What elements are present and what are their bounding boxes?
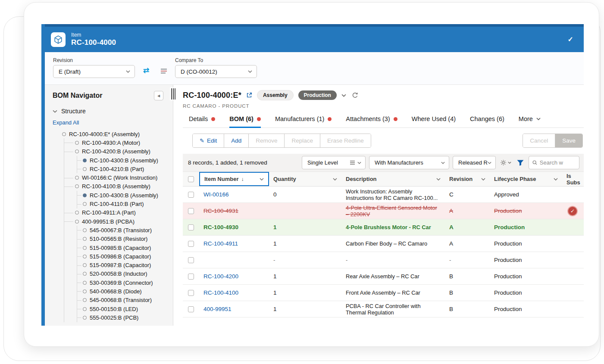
panel-resize-grip[interactable] <box>170 87 176 100</box>
tree-node[interactable]: RC-100-4110:B (Part) <box>45 199 173 208</box>
column-header-quantity[interactable]: Quantity <box>269 172 341 186</box>
row-checkbox[interactable] <box>188 241 194 247</box>
gear-icon <box>500 159 507 166</box>
revision-select[interactable]: E (Draft) <box>53 65 135 78</box>
quantity-cell: 0 <box>269 190 341 199</box>
tab-bom[interactable]: BOM (6) <box>229 113 261 128</box>
expand-all-link[interactable]: Expand All <box>45 115 173 128</box>
is-substitute-cell <box>562 259 584 261</box>
item-number-link[interactable]: RC-100-4931 <box>203 208 238 214</box>
description-cell: - <box>341 255 445 264</box>
tree-node[interactable]: 515-00986:B (Capacitor) <box>45 252 173 261</box>
tab-details[interactable]: Details <box>189 113 215 128</box>
records-summary: 8 records, 1 added, 1 removed <box>188 159 267 166</box>
item-number-link[interactable]: RC-100-4200 <box>203 273 238 280</box>
row-checkbox[interactable] <box>188 290 194 296</box>
tab-attachments[interactable]: Attachments (3) <box>346 113 397 128</box>
sort-desc-icon: ↓ <box>241 176 244 182</box>
row-checkbox[interactable] <box>188 257 194 263</box>
tree-node[interactable]: RC-100-4210:B (Part) <box>45 165 173 173</box>
item-number-link[interactable]: RC-100-4930 <box>203 224 238 230</box>
compare-revisions-icon[interactable]: ⇄ <box>143 67 149 74</box>
grid-header: Item Number ↓ Quantity Description <box>183 171 584 187</box>
item-number-link[interactable]: 400-99951 <box>203 306 232 312</box>
tree-node[interactable]: RC-100-4300:B (Assembly) <box>45 156 173 165</box>
main-split: BOM Navigator ◀ Structure Expand All RC-… <box>45 85 584 326</box>
chevron-down-icon <box>508 162 511 164</box>
collapse-panel-button[interactable]: ◀ <box>154 91 163 100</box>
description-cell: 4-Pole Brushless Motor - RC Car <box>341 223 445 232</box>
tree-node[interactable]: 550-00150:B (LED) <box>45 305 173 313</box>
tree-node[interactable]: 540-00668:B (Diode) <box>45 287 173 296</box>
replace-button[interactable]: Replace <box>284 134 320 147</box>
grid-search <box>529 156 579 169</box>
cancel-button[interactable]: Cancel <box>523 134 555 147</box>
tree-node[interactable]: 510-00565:B (Resistor) <box>45 235 173 243</box>
tree-node[interactable]: WI-00166:C (Work Instruction) <box>45 173 173 182</box>
chevron-down-icon <box>436 178 441 180</box>
tree-node[interactable]: RC-100-4200:B (Assembly) <box>45 147 173 156</box>
refresh-icon[interactable] <box>352 92 358 99</box>
column-header-description[interactable]: Description <box>341 172 445 186</box>
erase-redline-button[interactable]: Erase Redline <box>320 134 371 147</box>
tree-node[interactable]: RC-100-4000:E* (Assembly) <box>45 130 173 138</box>
app-card: Item RC-100-4000 ✓ Revision E (Draft) ⇄ <box>24 2 599 347</box>
tab-manufacturers[interactable]: Manufacturers (1) <box>275 113 332 128</box>
tree-node[interactable]: RC-100-4300:B (Assembly) <box>45 191 173 199</box>
item-number-link[interactable]: RC-100-4911 <box>203 240 238 247</box>
tree-node[interactable]: 530-00369:B (Connector) <box>45 278 173 287</box>
tree-node[interactable]: 545-00068:B (Transistor) <box>45 296 173 305</box>
level-select[interactable]: Single Level <box>302 156 366 169</box>
tree-node[interactable]: 515-00985:B (Capacitor) <box>45 243 173 252</box>
add-button[interactable]: Add <box>224 134 248 147</box>
save-button-group: Cancel Save <box>523 134 583 148</box>
manufacturers-select[interactable]: With Manufacturers <box>369 156 449 169</box>
tree-node[interactable]: RC-100-4911:A (Part) <box>45 208 173 217</box>
row-checkbox[interactable] <box>188 192 194 198</box>
edit-button[interactable]: ✎Edit <box>193 134 224 147</box>
record-id-title: RC-100-4000 <box>71 38 116 47</box>
filter-button[interactable] <box>516 160 525 166</box>
tree-node[interactable]: RC-100-4930:A (Motor) <box>45 138 173 147</box>
node-filled-circle-icon <box>83 193 87 197</box>
select-all-checkbox[interactable] <box>188 176 194 182</box>
header-check-icon[interactable]: ✓ <box>568 35 573 44</box>
is-substitute-cell <box>562 292 584 294</box>
save-button[interactable]: Save <box>555 134 582 147</box>
record-title-row: RC-100-4000:E* Assembly Production <box>183 90 584 100</box>
item-number-link[interactable]: RC-100-4100 <box>203 289 238 296</box>
compare-to-select[interactable]: D (CO-00012) <box>175 65 257 78</box>
structure-section-toggle[interactable]: Structure <box>45 102 173 115</box>
column-header-lifecycle-phase[interactable]: Lifecycle Phase <box>490 172 562 186</box>
tree-node[interactable]: RC-100-4100:B (Assembly) <box>45 182 173 191</box>
bom-grid: Item Number ↓ Quantity Description <box>183 171 584 317</box>
quantity-cell: 1 <box>269 223 341 232</box>
tab-where-used[interactable]: Where Used (4) <box>412 113 456 128</box>
redline-toggle-icon[interactable] <box>160 68 167 75</box>
node-circle-icon <box>83 289 87 293</box>
row-checkbox[interactable] <box>188 274 194 280</box>
page: Item RC-100-4000 ✓ Revision E (Draft) ⇄ <box>0 0 604 364</box>
tab-changes[interactable]: Changes (6) <box>470 113 504 128</box>
tree-node[interactable]: 555-00025:B (PCB) <box>45 313 173 322</box>
column-header-is-substitute[interactable]: Is Subs <box>562 172 584 186</box>
revision-cell: C <box>445 190 490 199</box>
column-header-item-number[interactable]: Item Number ↓ <box>199 172 269 186</box>
tab-more[interactable]: More <box>519 113 541 128</box>
search-input[interactable] <box>540 159 576 166</box>
tree-node[interactable]: 400-99951:B (PCBA) <box>45 217 173 226</box>
row-checkbox[interactable] <box>188 306 194 312</box>
tree-node[interactable]: 520-00058:B (Inductor) <box>45 270 173 278</box>
revisions-select[interactable]: Released R <box>453 156 496 169</box>
settings-gear-button[interactable] <box>499 159 512 166</box>
tree-node[interactable]: 545-00067:B (Transistor) <box>45 226 173 234</box>
remove-button[interactable]: Remove <box>248 134 284 147</box>
open-record-icon[interactable] <box>246 92 252 98</box>
column-header-revision[interactable]: Revision <box>445 172 490 186</box>
item-number-link[interactable]: WI-00166 <box>203 191 229 198</box>
tree-node[interactable]: 515-00987:B (Capacitor) <box>45 261 173 269</box>
phase-menu-chevron-icon[interactable] <box>341 94 346 97</box>
row-checkbox[interactable] <box>188 224 194 230</box>
row-checkbox[interactable] <box>188 208 194 214</box>
grid-toolbar: 8 records, 1 added, 1 removed Single Lev… <box>183 154 584 171</box>
